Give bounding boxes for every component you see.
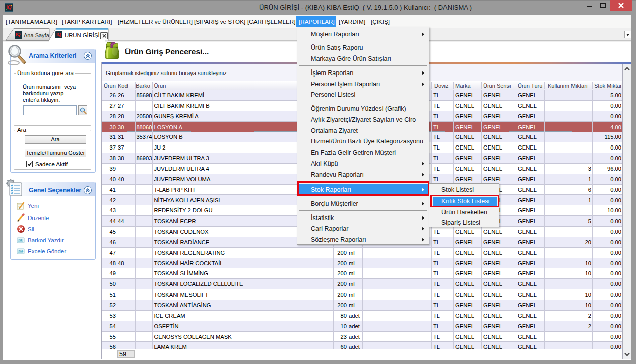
svg-text:AB: AB <box>19 238 22 241</box>
svg-text:XLS: XLS <box>19 249 24 252</box>
